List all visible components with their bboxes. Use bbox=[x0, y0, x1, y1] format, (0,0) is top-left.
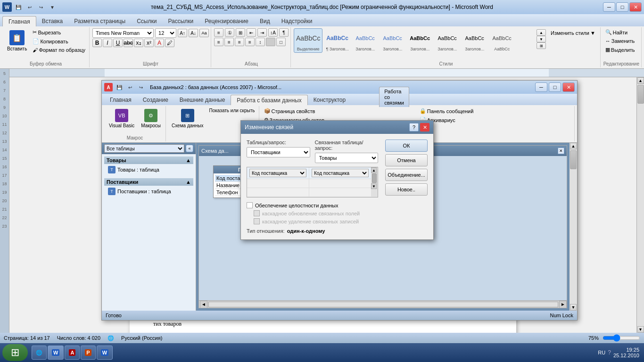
access-minimize-btn[interactable]: ─ bbox=[535, 82, 547, 92]
format-painter-btn[interactable]: 🖌 Формат по образцу bbox=[31, 46, 87, 54]
style-more[interactable]: AaBbCc AaBbCc bbox=[489, 28, 515, 53]
change-styles-btn[interactable]: Изменить стили ▼ bbox=[549, 29, 597, 37]
tab-layout[interactable]: Разметка страницы bbox=[68, 16, 131, 26]
style-heading5[interactable]: AaBbCc Заголов... bbox=[434, 28, 461, 53]
tables-section-title[interactable]: Товары ▲ bbox=[104, 156, 193, 164]
all-tables-select[interactable]: Все таблицы bbox=[104, 144, 184, 153]
taskbar-powerpoint[interactable]: P bbox=[81, 346, 95, 360]
clear-format-btn[interactable]: Aa bbox=[199, 29, 209, 37]
access-maximize-btn[interactable]: □ bbox=[549, 82, 561, 92]
underline-btn[interactable]: U bbox=[113, 39, 123, 47]
line-spacing-btn[interactable]: ↕ bbox=[256, 38, 265, 46]
tab-home[interactable]: Главная bbox=[2, 16, 36, 27]
suppliers-section-title[interactable]: Поставщики ▲ bbox=[104, 178, 193, 186]
table-select[interactable]: Поставщики bbox=[247, 147, 310, 157]
bold-btn[interactable]: B bbox=[92, 39, 102, 47]
bullets-btn[interactable]: ≡ bbox=[214, 28, 223, 37]
taskbar-access[interactable]: A bbox=[65, 346, 80, 360]
dialog-help-btn[interactable]: ? bbox=[409, 123, 419, 132]
taskbar-word[interactable]: W bbox=[48, 346, 64, 360]
ok-btn[interactable]: ОК bbox=[385, 140, 428, 152]
font-size-select[interactable]: 12 bbox=[155, 28, 176, 38]
access-close-btn[interactable]: ✕ bbox=[562, 82, 575, 92]
scroll-thumb[interactable] bbox=[637, 85, 644, 104]
tab-insert[interactable]: Вставка bbox=[36, 16, 69, 26]
align-right-btn[interactable]: ≡ bbox=[235, 38, 244, 46]
schema-scroll-right-btn[interactable]: ► bbox=[559, 301, 567, 308]
scroll-up-btn[interactable]: ▲ bbox=[637, 77, 644, 84]
join-btn[interactable]: Объединение... bbox=[385, 169, 428, 181]
access-save-btn[interactable]: 💾 bbox=[115, 83, 124, 91]
show-marks-btn[interactable]: ¶ bbox=[279, 28, 289, 37]
tab-addons[interactable]: Надстройки bbox=[276, 16, 318, 26]
cancel-btn[interactable]: Отмена bbox=[385, 154, 428, 166]
scroll-down-btn[interactable]: ▼ bbox=[637, 326, 644, 333]
align-left-btn[interactable]: ≡ bbox=[214, 38, 223, 46]
cascade-update-checkbox[interactable] bbox=[254, 210, 260, 216]
find-btn[interactable]: 🔍 Найти bbox=[603, 28, 629, 36]
strikethrough-btn[interactable]: abc bbox=[124, 39, 133, 47]
zoom-slider[interactable] bbox=[603, 334, 640, 342]
subscript-btn[interactable]: x₂ bbox=[134, 39, 143, 47]
copy-btn[interactable]: 📄 Копировать bbox=[31, 37, 87, 45]
styles-down-btn[interactable]: ▼ bbox=[537, 36, 546, 42]
access-redo-btn[interactable]: ↪ bbox=[136, 83, 146, 91]
schema-close-btn[interactable]: ✕ bbox=[558, 148, 564, 154]
font-name-select[interactable]: Times New Roman bbox=[92, 28, 154, 38]
close-btn[interactable]: ✕ bbox=[629, 2, 642, 12]
sort-btn[interactable]: ↕A bbox=[268, 28, 278, 37]
superscript-btn[interactable]: x² bbox=[144, 39, 154, 47]
archiver-btn[interactable]: 📦 Страница свойств bbox=[262, 107, 417, 115]
schema-hscrollbar[interactable] bbox=[208, 302, 558, 307]
show-hide-btn[interactable]: Показать или скрыть bbox=[207, 107, 257, 114]
style-normal[interactable]: AaBbCc Выделение bbox=[294, 28, 322, 53]
access-scroll-thumb[interactable] bbox=[570, 150, 577, 169]
dialog-close-btn[interactable]: ✕ bbox=[420, 123, 429, 132]
access-scroll-down[interactable]: ▼ bbox=[570, 304, 577, 311]
style-heading6[interactable]: AaBbCc Заголов... bbox=[462, 28, 488, 53]
accde-btn[interactable]: 📄 Архивариус bbox=[418, 116, 572, 124]
save-quick-btn[interactable]: 💾 bbox=[14, 3, 23, 11]
qa-dropdown[interactable]: ▼ bbox=[48, 3, 57, 11]
field-scroll-down[interactable]: ▼ bbox=[371, 183, 377, 189]
schema-scroll-left-btn[interactable]: ◄ bbox=[200, 301, 207, 308]
field-left-select[interactable]: Код поставщика bbox=[249, 169, 306, 177]
integrity-checkbox[interactable] bbox=[247, 202, 253, 208]
style-heading4[interactable]: AaBbCc Заголов... bbox=[407, 28, 433, 53]
access-scroll-up[interactable]: ▲ bbox=[570, 143, 577, 149]
access-tab-external[interactable]: Внешние данные bbox=[174, 95, 231, 105]
styles-all-btn[interactable]: ⊞ bbox=[537, 42, 546, 49]
highlight-btn[interactable]: 🖊 bbox=[165, 39, 174, 47]
encrypt-btn[interactable]: 🔒 Панель сообщений bbox=[418, 107, 572, 115]
shading-btn[interactable] bbox=[266, 38, 275, 46]
field-right-select[interactable]: Код поставщика bbox=[312, 169, 369, 177]
work-tab[interactable]: Работа со связями bbox=[379, 87, 409, 107]
italic-btn[interactable]: I bbox=[103, 39, 112, 47]
font-color-btn[interactable]: A bbox=[155, 39, 164, 47]
sidebar-item-table1[interactable]: T Товары : таблица bbox=[104, 165, 193, 174]
style-heading2[interactable]: AaBbCc Заголов... bbox=[352, 28, 379, 53]
field-scroll-up[interactable]: ▲ bbox=[371, 167, 377, 173]
paste-btn[interactable]: 📋 Вставить bbox=[4, 28, 30, 53]
new-btn[interactable]: Новое.. bbox=[385, 183, 428, 196]
access-tab-constructor[interactable]: Конструктор bbox=[308, 95, 351, 105]
multilevel-btn[interactable]: ⊞ bbox=[236, 28, 245, 37]
outdent-btn[interactable]: ⇤ bbox=[247, 28, 256, 37]
indent-btn[interactable]: ⇥ bbox=[257, 28, 267, 37]
sidebar-item-table2[interactable]: T Поставщики : таблица bbox=[104, 187, 193, 196]
macros-btn[interactable]: ⚙ Макросы bbox=[138, 107, 164, 130]
increase-font-btn[interactable]: A↑ bbox=[178, 29, 187, 37]
tab-references[interactable]: Ссылки bbox=[131, 16, 162, 26]
visual-basic-btn[interactable]: VB Visual Basic bbox=[106, 107, 137, 130]
maximize-btn[interactable]: □ bbox=[616, 2, 628, 12]
schema-btn[interactable]: ⊞ Схема данных bbox=[169, 107, 206, 130]
align-center-btn[interactable]: ≡ bbox=[224, 38, 234, 46]
start-button[interactable]: ⊞ bbox=[2, 344, 28, 361]
redo-quick-btn[interactable]: ↪ bbox=[36, 3, 46, 11]
replace-btn[interactable]: ↔ Заменить bbox=[603, 37, 636, 45]
cut-btn[interactable]: ✂ Вырезать bbox=[31, 28, 87, 36]
justify-btn[interactable]: ≡ bbox=[245, 38, 255, 46]
access-tab-home[interactable]: Главная bbox=[104, 95, 137, 105]
field-scroll-thumb[interactable] bbox=[372, 173, 377, 183]
taskbar-word2[interactable]: W bbox=[97, 346, 113, 360]
